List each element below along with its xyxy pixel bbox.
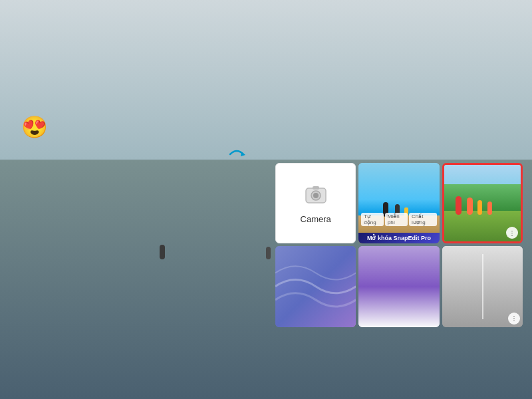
suggested-img-hiking[interactable]	[467, 61, 523, 134]
gradient-photo-1	[358, 246, 439, 327]
svg-point-11	[313, 193, 319, 198]
snapedit-watermark: Mở khóa SnapEdit Pro	[358, 233, 439, 243]
all-photos-section: Tất cả ảnh 130 Camera	[266, 139, 532, 331]
camera-label: Camera	[301, 214, 331, 224]
photo-cell-beach[interactable]: Tự động Miễn phí Chất lượng Mở khóa Snap…	[358, 163, 439, 243]
svg-rect-12	[313, 186, 319, 190]
abstract-photo-1	[275, 246, 356, 327]
arrow-curved	[227, 144, 247, 168]
photo-cell-runners[interactable]: ⋮	[442, 163, 523, 243]
right-panel: ← Tất cả ảnh ∨ Thử ảnh đề xuất ★	[266, 0, 532, 399]
emoji-face: 😍	[21, 114, 48, 140]
more-options-button-2[interactable]: ⋮	[508, 313, 520, 325]
tag-mien-phi: Miễn phí	[385, 213, 408, 226]
photo-cell-abstract1[interactable]	[275, 246, 356, 327]
gradient-photo-2: ⋮	[442, 246, 523, 327]
tag-chat-luong: Chất lượng	[409, 213, 437, 226]
suggested-section: Thử ảnh đề xuất ★	[266, 34, 532, 139]
suggested-grid	[275, 61, 523, 134]
hiking-scene	[467, 61, 523, 134]
camera-cell[interactable]: Camera	[275, 163, 356, 243]
beach-photo	[358, 163, 439, 243]
mini-tags: Tự động Miễn phí Chất lượng	[358, 211, 439, 227]
tag-tu-dong: Tự động	[361, 213, 383, 226]
photo-cell-gradient2[interactable]: ⋮	[442, 246, 523, 327]
camera-icon	[304, 182, 328, 211]
photo-cell-gradient1[interactable]	[358, 246, 439, 327]
svg-marker-8	[241, 152, 245, 156]
